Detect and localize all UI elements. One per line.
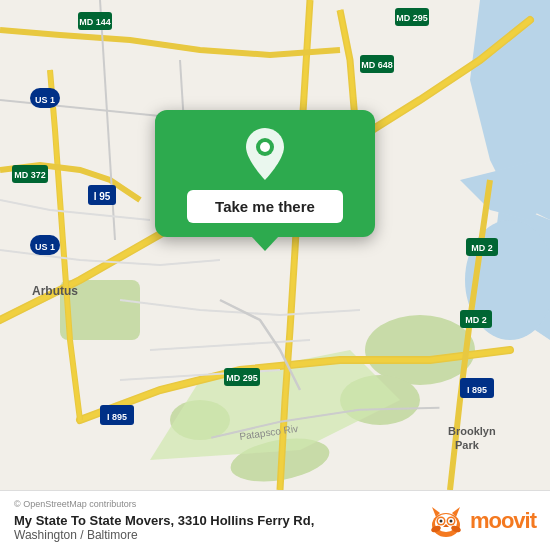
moovit-brand-text: moovit bbox=[470, 508, 536, 534]
svg-text:MD 2: MD 2 bbox=[471, 243, 493, 253]
take-me-there-button[interactable]: Take me there bbox=[187, 190, 343, 223]
popup-card: Take me there bbox=[155, 110, 375, 237]
svg-point-47 bbox=[439, 519, 442, 522]
svg-text:US 1: US 1 bbox=[35, 242, 55, 252]
svg-text:Park: Park bbox=[455, 439, 480, 451]
osm-credit: © OpenStreetMap contributors bbox=[14, 499, 314, 509]
svg-text:I 895: I 895 bbox=[467, 385, 487, 395]
svg-text:US 1: US 1 bbox=[35, 95, 55, 105]
business-location: Washington / Baltimore bbox=[14, 528, 314, 542]
svg-point-48 bbox=[449, 519, 452, 522]
svg-text:MD 2: MD 2 bbox=[465, 315, 487, 325]
svg-text:MD 295: MD 295 bbox=[396, 13, 428, 23]
svg-text:Brooklyn: Brooklyn bbox=[448, 425, 496, 437]
location-pin-icon bbox=[239, 128, 291, 180]
moovit-owl-icon bbox=[428, 503, 464, 539]
footer-info: © OpenStreetMap contributors My State To… bbox=[14, 499, 314, 542]
business-name: My State To State Movers, 3310 Hollins F… bbox=[14, 513, 314, 528]
svg-text:MD 144: MD 144 bbox=[79, 17, 111, 27]
svg-text:MD 648: MD 648 bbox=[361, 60, 393, 70]
svg-text:I 895: I 895 bbox=[107, 412, 127, 422]
svg-text:Arbutus: Arbutus bbox=[32, 284, 78, 298]
svg-text:MD 372: MD 372 bbox=[14, 170, 46, 180]
svg-text:I 95: I 95 bbox=[94, 191, 111, 202]
footer: © OpenStreetMap contributors My State To… bbox=[0, 490, 550, 550]
svg-point-38 bbox=[260, 142, 270, 152]
moovit-logo: moovit bbox=[428, 503, 536, 539]
svg-text:MD 295: MD 295 bbox=[226, 373, 258, 383]
map-container: MD 144 MD 295 MD 648 I 95 I 95 US 1 US 1… bbox=[0, 0, 550, 490]
svg-point-2 bbox=[365, 315, 475, 385]
